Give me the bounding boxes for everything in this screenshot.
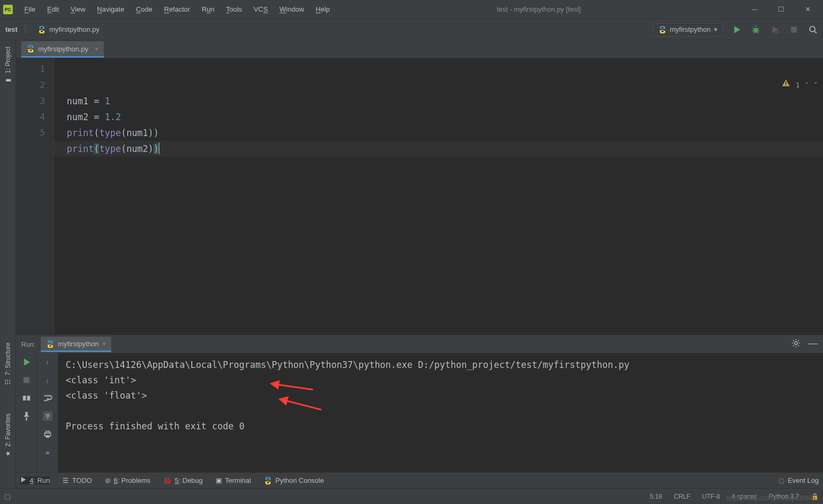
bottom-problems[interactable]: ⊘ 6: Problems6: Problems: [105, 476, 150, 484]
hide-run-icon[interactable]: —: [808, 338, 818, 348]
menu-code[interactable]: Code: [131, 3, 158, 15]
breadcrumb-root[interactable]: test: [5, 25, 17, 33]
bottom-pyconsole-label: Python Console: [275, 476, 324, 484]
menu-edit[interactable]: Edit: [42, 3, 64, 15]
menu-window[interactable]: Window: [274, 3, 309, 15]
status-position[interactable]: 5:18: [650, 493, 662, 500]
bottom-terminal-label: Terminal: [225, 476, 251, 484]
caret: [159, 142, 159, 154]
maximize-button[interactable]: ☐: [769, 2, 793, 17]
token: (: [121, 143, 126, 154]
bottom-event-log[interactable]: ◌ Event Log: [779, 476, 819, 484]
next-highlight-icon[interactable]: ˅: [814, 77, 818, 93]
bottom-python-console[interactable]: Python Console: [264, 476, 324, 485]
bottom-terminal[interactable]: ▣ Terminal: [216, 476, 251, 484]
token: =: [88, 112, 105, 122]
svg-rect-5: [785, 82, 786, 84]
menu-refactor[interactable]: Refactor: [159, 3, 195, 15]
menu-file[interactable]: FFileile: [19, 3, 41, 15]
folder-icon: ▮: [4, 77, 12, 84]
menu-tools[interactable]: Tools: [221, 3, 247, 15]
rerun-icon[interactable]: [22, 357, 31, 367]
prev-highlight-icon[interactable]: ˄: [805, 77, 809, 93]
soft-wrap-icon[interactable]: [43, 393, 52, 403]
scroll-to-end-icon[interactable]: [43, 411, 52, 421]
menu-help[interactable]: Help: [310, 3, 335, 15]
run-config-selector[interactable]: myfirstpython ▾: [654, 23, 722, 36]
app-icon: PC: [3, 5, 13, 14]
search-everywhere-button[interactable]: [808, 25, 818, 34]
menu-view[interactable]: View: [65, 3, 91, 15]
svg-point-7: [794, 341, 798, 345]
run-header: Run: myfirstpython × —: [16, 335, 823, 353]
sidebar-project[interactable]: ▮ 1: Project: [3, 43, 13, 87]
breadcrumb: test 〉 myfirstpython.py: [5, 23, 100, 36]
more-icon[interactable]: »: [43, 447, 52, 457]
run-actions-col2: ↑ ↓ »: [37, 353, 58, 472]
run-button[interactable]: [732, 25, 741, 34]
star-icon: ★: [4, 450, 12, 457]
menu-navigate[interactable]: Navigate: [92, 3, 129, 15]
todo-icon: ☰: [62, 476, 69, 484]
stop-button[interactable]: [789, 25, 799, 34]
status-icon[interactable]: ▢: [4, 492, 11, 500]
run-settings-icon[interactable]: [791, 338, 801, 348]
sidebar-favorites[interactable]: ★ 2: Favorites: [3, 410, 13, 461]
token: type: [99, 128, 121, 138]
token: num1: [127, 128, 148, 138]
coverage-button[interactable]: [770, 25, 780, 34]
bottom-todo[interactable]: ☰ TODO: [62, 476, 92, 484]
gutter-line-2: 2: [16, 77, 45, 93]
editor[interactable]: 1 2 3 4 5 num1 = 1 num2 = 1.2 print(type…: [16, 58, 823, 335]
bottom-run[interactable]: 4: 4: RunRun: [20, 476, 50, 484]
menu-run[interactable]: Run: [196, 3, 220, 15]
terminal-icon: ▣: [216, 476, 222, 484]
close-button[interactable]: ✕: [795, 2, 820, 17]
token: ): [148, 128, 154, 138]
close-tab-icon[interactable]: ×: [95, 45, 99, 53]
svg-rect-12: [46, 431, 49, 433]
bottom-todo-label: TODO: [72, 476, 92, 484]
titlebar: PC FFileile Edit View Navigate Code Refa…: [0, 0, 823, 19]
warning-count: 1: [795, 77, 800, 93]
menu-vcs[interactable]: VCS: [248, 3, 273, 15]
token: num1: [67, 96, 88, 106]
event-log-icon: ◌: [779, 476, 784, 484]
status-encoding[interactable]: UTF-8: [702, 493, 720, 500]
sidebar-structure-label: 7: Structure: [4, 343, 12, 375]
close-run-tab-icon[interactable]: ×: [102, 340, 106, 348]
token: (: [121, 128, 126, 138]
svg-line-15: [284, 400, 321, 410]
layout-icon[interactable]: [22, 393, 31, 403]
svg-rect-9: [23, 396, 26, 401]
token: 1.2: [105, 112, 121, 122]
code-area[interactable]: num1 = 1 num2 = 1.2 print(type(num1)) pr…: [54, 58, 823, 335]
sidebar-structure[interactable]: ☷ 7: Structure: [3, 339, 13, 389]
svg-rect-10: [27, 396, 30, 401]
bottom-tool-bar: 4: 4: RunRun ☰ TODO ⊘ 6: Problems6: Prob…: [16, 472, 823, 488]
run-tab[interactable]: myfirstpython ×: [41, 337, 111, 352]
up-arrow-icon[interactable]: ↑: [43, 357, 52, 367]
status-line-sep[interactable]: CRLF: [674, 493, 690, 500]
run-label: Run:: [21, 340, 35, 348]
pin-icon[interactable]: [22, 411, 31, 421]
breadcrumb-file[interactable]: myfirstpython.py: [49, 25, 100, 33]
svg-rect-6: [785, 85, 786, 86]
stop-icon[interactable]: [22, 375, 31, 385]
svg-rect-8: [23, 377, 29, 383]
console-out2: <class 'float'>: [66, 390, 147, 401]
run-toolbar: [732, 25, 818, 34]
print-icon[interactable]: [43, 429, 52, 439]
console-output[interactable]: C:\Users\14126\AppData\Local\Programs\Py…: [58, 353, 823, 472]
token: num2: [127, 143, 148, 154]
run-tab-name: myfirstpython: [58, 340, 99, 348]
tab-python-icon: [26, 44, 35, 53]
minimize-button[interactable]: ─: [743, 2, 767, 17]
editor-tab-myfirstpython[interactable]: myfirstpython.py ×: [21, 41, 104, 58]
bug-icon: 🐞: [163, 476, 172, 484]
debug-button[interactable]: [751, 25, 761, 34]
bottom-debug[interactable]: 🐞 5: Debug5: Debug: [163, 476, 203, 484]
inspection-widget[interactable]: 1 ˄ ˅: [732, 61, 818, 109]
run-config-name: myfirstpython: [670, 25, 711, 33]
down-arrow-icon[interactable]: ↓: [43, 375, 52, 385]
